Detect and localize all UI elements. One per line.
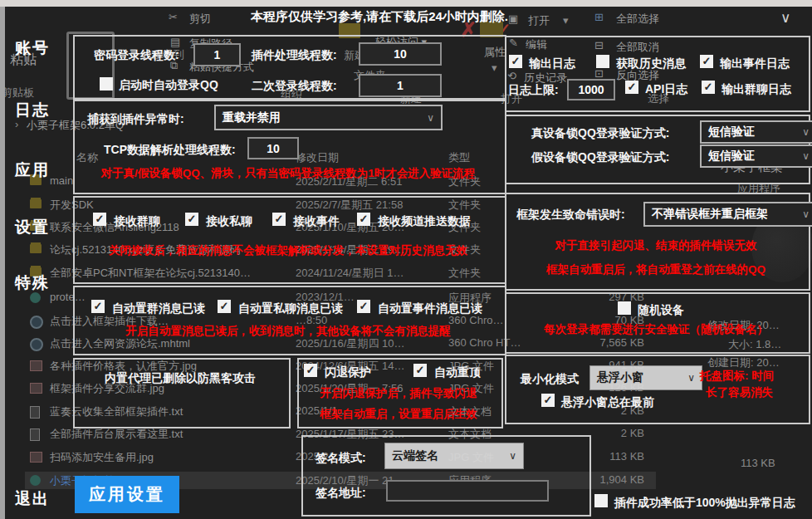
- image-icon: [30, 383, 42, 394]
- fatal-error-dropdown[interactable]: 不弹错误框并重启框架∨: [643, 202, 812, 227]
- apply-settings-button[interactable]: 应用设置: [75, 476, 179, 513]
- sidebar-item-account[interactable]: 账号: [15, 37, 50, 59]
- image-icon: [30, 452, 42, 463]
- signature-addr-input[interactable]: [386, 480, 549, 502]
- floatwin-topmost-label: 悬浮小窗总在最前: [561, 395, 654, 410]
- autoread-event-label: 自动置事件消息已读: [378, 301, 482, 316]
- api-log-label: API日志: [645, 82, 687, 97]
- sidebar-item-app[interactable]: 应用: [15, 159, 50, 181]
- fake-devicelock-label: 假设备锁QQ登录验证方式:: [531, 150, 669, 165]
- group-logs: [505, 36, 810, 112]
- notice-banner: 本程序仅供学习参考,请在下载后24小时内删除.: [251, 9, 508, 25]
- fatal-error-label: 框架发生致命错误时:: [516, 208, 625, 223]
- log-limit-input[interactable]: [567, 79, 615, 100]
- group-chat-log-label: 输出群聊日志: [722, 82, 791, 97]
- bg-cut: 剪切: [189, 12, 211, 27]
- bg-clipboard-group: 剪贴板: [2, 86, 34, 100]
- crash-protect-label: 闪退保护: [325, 365, 371, 380]
- folder-icon: [30, 199, 42, 208]
- output-log-checkbox[interactable]: [509, 55, 522, 68]
- event-log-label: 输出事件日志: [720, 56, 790, 71]
- sidebar-item-settings[interactable]: 设置: [15, 217, 50, 238]
- text-file-icon: [30, 406, 40, 419]
- autoread-private-checkbox[interactable]: [218, 300, 231, 313]
- signature-mode-dropdown[interactable]: 云端签名∨: [384, 443, 524, 469]
- plugin-threads-input[interactable]: [359, 42, 442, 66]
- plugin-rate-label: 插件成功率低于100%抛出异常日志: [614, 496, 795, 511]
- autoread-event-checkbox[interactable]: [357, 300, 370, 313]
- bg-select-all: 全部选择: [616, 12, 659, 27]
- receive-group-checkbox[interactable]: [93, 213, 106, 226]
- fatal-warning-1: 对于直接引起闪退、结束的插件错误无效: [506, 238, 805, 253]
- autoread-group-checkbox[interactable]: [91, 300, 105, 313]
- open-icon: ▣: [508, 12, 518, 25]
- chevron-down-icon: ▾: [563, 14, 569, 27]
- receive-private-label: 接收私聊: [206, 214, 252, 229]
- sidebar-item-log[interactable]: 日志: [15, 100, 50, 121]
- exception-warning: 对于真/假设备锁QQ、滑块，只有当密码登录线程数为1时才会进入验证流程: [75, 166, 501, 181]
- settings-window: 粘贴 剪贴板 ✂ 剪切 ▤ 复制路径 ⧉ 粘贴快捷方式 移动到 复制到 新建 文…: [0, 0, 812, 519]
- random-device-label: 随机设备: [638, 303, 684, 318]
- image-icon: [30, 360, 42, 371]
- browser-icon: [30, 316, 43, 329]
- receive-event-checkbox[interactable]: [272, 213, 286, 226]
- receive-private-checkbox[interactable]: [185, 213, 198, 226]
- tcp-threads-input[interactable]: [247, 137, 299, 159]
- autoread-group-label: 自动置群消息已读: [112, 301, 205, 316]
- output-log-label: 输出日志: [529, 56, 575, 71]
- api-log-checkbox[interactable]: [625, 81, 638, 94]
- floatwin-topmost-checkbox[interactable]: [541, 394, 555, 407]
- bg-open: 打开: [528, 13, 550, 28]
- receive-group-label: 接收群聊: [114, 214, 160, 229]
- text-file-icon: [30, 428, 40, 441]
- chevron-down-icon: ∨: [687, 372, 695, 384]
- crash-warning-2: 框架自动重启，设置重启后生效: [299, 407, 498, 422]
- sidebar-item-special[interactable]: 特殊: [15, 272, 50, 294]
- plugin-threads-label: 插件处理线程数:: [252, 48, 337, 63]
- scissors-icon: ✂: [169, 11, 178, 23]
- sidebar-item-exit[interactable]: 退出: [15, 488, 50, 510]
- receive-channel-checkbox[interactable]: [357, 213, 370, 226]
- history-msg-checkbox[interactable]: [596, 55, 609, 68]
- crash-warning-1: 开启闪退保护后，插件导致闪退: [299, 386, 498, 401]
- receive-event-label: 接收事件: [293, 214, 340, 229]
- plugin-rate-checkbox[interactable]: [594, 494, 608, 507]
- app-icon: [30, 475, 41, 486]
- history-msg-label: 获取历史消息: [616, 56, 686, 71]
- autoread-warning: 开启自动置消息已读后，收到消息时，其他设备将不会有消息提醒: [75, 324, 501, 339]
- signature-mode-label: 签名模式:: [316, 451, 366, 466]
- window-top-edge: [0, 0, 812, 7]
- auto-retop-label: 自动重顶: [434, 365, 481, 380]
- event-log-checkbox[interactable]: [700, 55, 713, 68]
- tray-warning-2: 长了容易消失: [706, 385, 773, 400]
- window-left-edge: [0, 7, 5, 519]
- receive-channel-label: 接收频道推送数据: [378, 214, 471, 229]
- random-device-warning: 每次登录都需要进行安全验证（随机设备名）: [506, 322, 805, 337]
- password-threads-input[interactable]: [193, 43, 241, 66]
- password-threads-label: 密码登录线程数:: [94, 48, 179, 63]
- plugin-exception-dropdown[interactable]: 重载并禁用∨: [214, 105, 443, 130]
- second-login-input[interactable]: [359, 74, 442, 97]
- second-login-label: 二次登录线程数:: [252, 79, 337, 94]
- group-receive: [73, 196, 506, 284]
- auto-retop-checkbox[interactable]: [413, 364, 427, 377]
- chevron-down-icon: ∨: [802, 150, 810, 162]
- bg-extra-size: 113 KB: [741, 457, 775, 469]
- fake-devicelock-dropdown[interactable]: 短信验证∨: [700, 144, 812, 168]
- group-autoread: [73, 286, 506, 355]
- receive-warning: 关闭接收后，相应的消息不会被框架解析或分发，本设置对历史消息无效: [75, 243, 501, 258]
- crash-protect-checkbox[interactable]: [304, 364, 317, 377]
- group-chat-log-checkbox[interactable]: [702, 81, 715, 94]
- select-all-icon: ⊞: [594, 11, 604, 23]
- fatal-warning-2: 框架自动重启后，将自动重登之前在线的QQ: [506, 262, 805, 277]
- log-limit-label: 日志上限:: [508, 83, 559, 98]
- signature-addr-label: 签名地址:: [316, 486, 366, 501]
- minimize-mode-dropdown[interactable]: 悬浮小窗∨: [589, 365, 702, 390]
- minimize-mode-label: 最小化模式: [521, 372, 579, 387]
- autologin-checkbox[interactable]: [100, 77, 113, 91]
- real-devicelock-dropdown[interactable]: 短信验证∨: [700, 120, 812, 144]
- chevron-down-icon: ∨: [802, 126, 810, 138]
- plugin-exception-label: 捕获到插件异常时:: [87, 112, 184, 127]
- random-device-checkbox[interactable]: [618, 301, 631, 315]
- ribbon-collapse-chevron[interactable]: ∨: [780, 9, 790, 27]
